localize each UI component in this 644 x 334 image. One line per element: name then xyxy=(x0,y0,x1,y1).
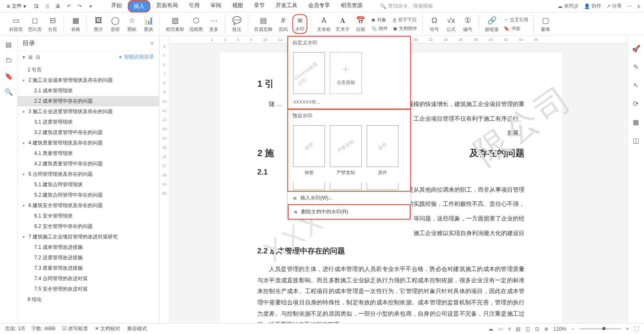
docpart-button[interactable]: ▣文档部件 xyxy=(391,25,419,33)
view-page-icon[interactable]: ▭ xyxy=(498,326,503,332)
cover-page-button[interactable]: ▭封面页 xyxy=(8,14,25,34)
zoom-value[interactable]: 110% xyxy=(553,326,566,332)
refresh-icon[interactable]: ⟳ xyxy=(632,99,640,108)
tab-pagelayout[interactable]: 页面布局 xyxy=(151,0,183,13)
toc-item[interactable]: ▾6 建筑安全管理现状及存在的问题 xyxy=(18,200,159,211)
rocket-icon[interactable]: 🚀 xyxy=(632,44,640,53)
toc-item[interactable]: 7.4 合同管理的改进对策 xyxy=(18,273,159,284)
export-icon[interactable]: ⎙ xyxy=(43,3,51,10)
smart-toc-button[interactable]: ✦ 智能识别目录 xyxy=(118,53,154,61)
chevron-down-icon[interactable]: ▾ xyxy=(87,3,94,10)
date-button[interactable]: 📅日期 xyxy=(353,14,368,34)
iconlib-button[interactable]: ☆图标 xyxy=(124,14,139,34)
status-proof[interactable]: ✕ 文档校对 xyxy=(95,325,120,332)
undo-icon[interactable]: ↶ xyxy=(65,3,73,10)
toc-item[interactable]: 1 引言 xyxy=(18,65,159,75)
object-button[interactable]: ◉对象 xyxy=(370,16,390,24)
toc-item[interactable]: 7.2 进度管理改进措施 xyxy=(18,253,159,263)
formula-button[interactable]: √x公式 xyxy=(444,14,459,34)
close-icon[interactable]: ✕ xyxy=(150,40,154,46)
picture-button[interactable]: 🖼图片 xyxy=(91,14,106,34)
view-read-icon[interactable]: ◫ xyxy=(525,326,530,332)
toc-item[interactable]: 5.1 建筑合同管理现状 xyxy=(18,180,159,190)
toc-remove-icon[interactable]: ⊟ xyxy=(36,54,40,60)
toc-item[interactable]: 4.1 质量管理现状 xyxy=(18,148,159,159)
toc-item[interactable]: 6.2 安全管理中存在的问题 xyxy=(18,221,159,232)
insert-watermark-action[interactable]: ≋插入水印(W)... xyxy=(288,191,411,205)
toc-item[interactable]: 4.2 建筑质量管理中存在的问题 xyxy=(18,159,159,169)
nav-bookmark-icon[interactable]: 🔖 xyxy=(5,72,13,80)
zoom-fit-icon[interactable]: ⊕ xyxy=(544,326,548,332)
shape-button[interactable]: ◯形状 xyxy=(108,14,123,34)
fullscreen-icon[interactable]: ⛶ xyxy=(634,326,639,332)
command-search[interactable]: 🔍 查找命令、搜索模板 xyxy=(380,3,433,10)
collab-button[interactable]: 👤协作 xyxy=(584,3,601,10)
bookmark-button[interactable]: 🔖书签 xyxy=(502,25,530,33)
watermark-button[interactable]: ≋水印 xyxy=(292,14,307,34)
crossref-button[interactable]: ↔交叉引用 xyxy=(502,16,530,24)
cursor-icon[interactable]: ↖ xyxy=(632,81,640,89)
zoom-in-icon[interactable]: + xyxy=(626,326,629,332)
tab-resources[interactable]: 稻壳资源 xyxy=(336,0,368,13)
toc-item[interactable]: 3.2 建筑进度管理中存在的问题 xyxy=(18,127,159,138)
wordart-button[interactable]: 𝐀艺术字 xyxy=(334,14,351,34)
custom-watermark-preview[interactable]: XXXXXX有限公司 xyxy=(293,52,325,94)
toc-item[interactable]: 7.1 成本管理改进措施 xyxy=(18,242,159,253)
toc-item[interactable]: ▾4 建筑质量管理现状及存在的问题 xyxy=(18,138,159,148)
table-button[interactable]: ▦表格 xyxy=(68,14,83,34)
nav-folder-icon[interactable]: 🗀 xyxy=(5,56,13,64)
tab-chapter[interactable]: 章节 xyxy=(249,0,270,13)
toc-item[interactable]: 6.1 安全管理现状 xyxy=(18,211,159,221)
header-footer-button[interactable]: ▤页眉页脚 xyxy=(252,14,274,34)
zoom-slider[interactable] xyxy=(579,328,621,329)
flowchart-button[interactable]: ⬡流程图 xyxy=(188,14,205,34)
toc-item[interactable]: 3.1 进度管理现状 xyxy=(18,117,159,127)
toc-item[interactable]: ▾7 建筑施工企业项目管理的改进对策研究 xyxy=(18,232,159,242)
tab-view[interactable]: 视图 xyxy=(227,0,248,13)
share-button[interactable]: ↗分享 xyxy=(606,3,622,10)
window-button[interactable]: ▢窗体 xyxy=(538,14,553,34)
status-page[interactable]: 页面: 1/6 xyxy=(5,325,25,332)
remove-watermark-action[interactable]: ≋删除文档中的水印(R) xyxy=(288,204,411,220)
tab-vip[interactable]: 会员专享 xyxy=(303,0,335,13)
collapse-icon[interactable]: ∧ xyxy=(637,3,641,9)
more-button[interactable]: ⋯更多 xyxy=(206,14,221,34)
tab-reference[interactable]: 引用 xyxy=(184,0,205,13)
app-icon[interactable]: ◫ xyxy=(632,136,640,144)
view-outline-icon[interactable]: ≡ xyxy=(508,326,511,332)
number-button[interactable]: ①编号 xyxy=(460,14,475,34)
toc-item[interactable]: ▾2 施工企业成本管理现状及存在的问题 xyxy=(18,75,159,86)
status-words[interactable]: 字数: 4866 xyxy=(31,325,55,332)
sync-button[interactable]: ☁未同步 xyxy=(558,3,579,10)
material-button[interactable]: ▧稻壳素材 xyxy=(164,14,186,34)
preset-row2-3[interactable] xyxy=(367,182,398,190)
nav-outline-icon[interactable]: ▤ xyxy=(5,40,13,48)
print-icon[interactable]: 🖶 xyxy=(54,3,62,10)
toc-item[interactable]: ▾3 施工企业进度管理现状及存在的问题 xyxy=(18,106,159,117)
preset-original[interactable]: 原件原件 xyxy=(367,125,398,176)
nav-search-icon[interactable]: 🔍 xyxy=(5,88,13,96)
page-number-button[interactable]: #页码 xyxy=(276,14,291,34)
toc-add-icon[interactable]: ⊞ xyxy=(28,54,33,60)
more-icon[interactable]: ⋯ xyxy=(627,3,632,9)
view-web-icon[interactable]: ▤ xyxy=(516,326,520,332)
toc-item[interactable]: 7.3 质量管理改进措施 xyxy=(18,263,159,273)
tab-devtools[interactable]: 开发工具 xyxy=(271,0,302,13)
view-focus-icon[interactable]: ⊡ xyxy=(535,326,539,332)
file-menu[interactable]: ≡ 文件 ▾ xyxy=(3,3,29,10)
toc-item[interactable]: 2.2 成本管理中存在的问题 xyxy=(18,96,159,106)
preset-row2-2[interactable] xyxy=(330,182,362,190)
blank-page-button[interactable]: ◻空白页 xyxy=(26,14,43,34)
attach-button[interactable]: 📎附件 xyxy=(370,25,390,33)
status-compat[interactable]: 兼容模式 xyxy=(127,325,147,332)
tab-insert[interactable]: 插入 xyxy=(128,0,150,13)
toc-item[interactable]: ▾5 合同管理现状及存在的问题 xyxy=(18,169,159,180)
tab-start[interactable]: 开始 xyxy=(106,0,127,13)
page-break-button[interactable]: ⊟分页 xyxy=(45,14,60,34)
hyperlink-button[interactable]: 🔗超链接 xyxy=(483,14,500,34)
save-icon[interactable]: 🖫 xyxy=(33,3,40,10)
chart-button[interactable]: 📊图表 xyxy=(141,14,156,34)
redo-icon[interactable]: ↷ xyxy=(76,3,84,10)
status-spellcheck[interactable]: ☑ 拼写检查 xyxy=(62,325,88,332)
preset-confidential[interactable]: 保密保密 xyxy=(293,125,325,176)
